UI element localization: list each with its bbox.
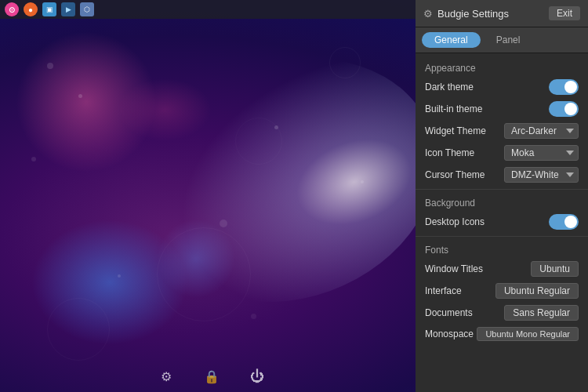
built-in-theme-toggle[interactable] (549, 101, 579, 117)
browser-icon[interactable]: ⬡ (80, 2, 94, 16)
cursor-theme-dropdown[interactable]: DMZ-White DMZ-Black Adwaita (504, 167, 579, 183)
tab-bar: General Panel (416, 27, 588, 53)
widget-theme-label: Widget Theme (425, 125, 486, 136)
window-titles-label: Window Titles (425, 263, 483, 274)
window-titles-font-btn[interactable]: Ubuntu (531, 261, 579, 277)
widget-theme-row: Widget Theme Arc-Darker Arc Adwaita (416, 120, 588, 142)
exit-button[interactable]: Exit (549, 6, 580, 20)
documents-label: Documents (425, 307, 473, 318)
bottom-bar: ⚙ 🔒 ⏻ (0, 361, 423, 392)
monospace-row: Monospace Ubuntu Mono Regular (416, 324, 588, 344)
panel-content: Appearance Dark theme Built-in theme Wid… (416, 53, 588, 392)
appearance-section-label: Appearance (416, 58, 588, 76)
files-icon[interactable]: ▣ (42, 2, 56, 16)
widget-theme-dropdown[interactable]: Arc-Darker Arc Adwaita (504, 123, 579, 139)
settings-bottom-icon[interactable]: ⚙ (155, 365, 177, 387)
built-in-theme-row: Built-in theme (416, 98, 588, 120)
fonts-section-label: Fonts (416, 240, 588, 258)
app-launcher-icon[interactable]: ● (24, 2, 38, 16)
tab-general[interactable]: General (422, 32, 481, 48)
desktop-icons-toggle[interactable] (549, 214, 579, 230)
panel-header: ⚙ Budgie Settings Exit (416, 0, 588, 27)
tab-panel[interactable]: Panel (484, 32, 533, 48)
interface-label: Interface (425, 285, 462, 296)
interface-row: Interface Ubuntu Regular (416, 280, 588, 302)
desktop-icons-row: Desktop Icons (416, 211, 588, 233)
monospace-font-btn[interactable]: Ubuntu Mono Regular (477, 327, 579, 341)
cursor-theme-row: Cursor Theme DMZ-White DMZ-Black Adwaita (416, 164, 588, 186)
cursor-theme-label: Cursor Theme (425, 169, 485, 180)
settings-panel: ⚙ Budgie Settings Exit General Panel App… (416, 0, 588, 392)
icon-theme-label: Icon Theme (425, 147, 474, 158)
monospace-label: Monospace (425, 328, 474, 339)
budgie-logo-icon[interactable]: ⊙ (5, 2, 19, 16)
taskbar-left: ⊙ ● ▣ ▶ ⬡ (5, 2, 94, 16)
power-bottom-icon[interactable]: ⏻ (246, 365, 268, 387)
window-titles-row: Window Titles Ubuntu (416, 258, 588, 280)
terminal-icon[interactable]: ▶ (61, 2, 75, 16)
dark-theme-label: Dark theme (425, 82, 474, 93)
built-in-theme-label: Built-in theme (425, 103, 482, 114)
icon-theme-dropdown[interactable]: Moka Papirus Numix (504, 145, 579, 161)
divider-2 (416, 236, 588, 237)
interface-font-btn[interactable]: Ubuntu Regular (495, 283, 579, 299)
lock-bottom-icon[interactable]: 🔒 (201, 365, 223, 387)
gear-icon: ⚙ (423, 8, 433, 20)
dark-theme-toggle[interactable] (549, 79, 579, 95)
panel-title: ⚙ Budgie Settings (423, 8, 509, 20)
documents-row: Documents Sans Regular (416, 302, 588, 324)
panel-title-text: Budgie Settings (437, 8, 509, 20)
desktop-icons-label: Desktop Icons (425, 216, 485, 227)
divider-1 (416, 189, 588, 190)
dark-theme-row: Dark theme (416, 76, 588, 98)
documents-font-btn[interactable]: Sans Regular (504, 305, 579, 321)
background-section-label: Background (416, 193, 588, 211)
icon-theme-row: Icon Theme Moka Papirus Numix (416, 142, 588, 164)
